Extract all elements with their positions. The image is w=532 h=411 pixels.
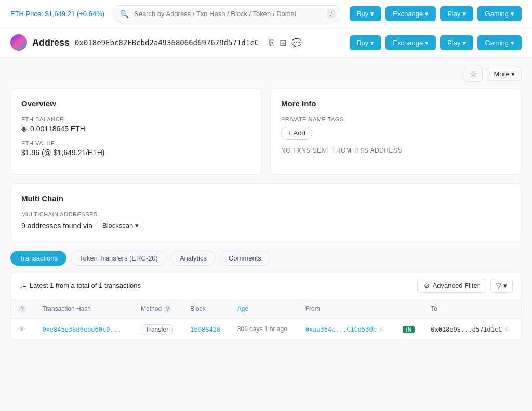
buy-button[interactable]: Buy ▾: [350, 6, 381, 21]
cell-to: 0x018e9E...d571d1cC ⎘: [423, 319, 521, 340]
cell-from: 0xaa364c...C1Cd530b ⎘: [298, 319, 396, 340]
block-link[interactable]: 15988428: [190, 325, 220, 333]
eye-help-icon[interactable]: ?: [18, 305, 26, 313]
tab-analytics[interactable]: Analytics: [171, 251, 216, 266]
buy-chevron: ▾: [370, 10, 374, 18]
add-tag-button[interactable]: + Add: [281, 127, 312, 140]
star-button[interactable]: ☆: [464, 66, 483, 82]
eth-balance-label: ETH BALANCE: [21, 116, 251, 122]
eth-value-value: $1.96 (@ $1,649.21/ETH): [21, 148, 251, 157]
no-txns-label: NO TXNS SENT FROM THIS ADDRESS: [281, 147, 511, 154]
col-block: Block: [183, 299, 230, 319]
transactions-table: ? Transaction Hash Method ? Block Age Fr…: [11, 299, 521, 340]
tab-transactions[interactable]: Transactions: [10, 251, 66, 266]
table-header-row: ↓= Latest 1 from a total of 1 transactio…: [11, 272, 521, 299]
qr-button[interactable]: ⊞: [278, 37, 287, 49]
search-input[interactable]: [115, 5, 339, 22]
multichain-count-text: 9 addresses found via: [21, 222, 92, 230]
main-content: ☆ More ▾ Overview ETH BALANCE ◈ 0.001186…: [0, 58, 532, 349]
address-actions: Buy ▾ Exchange ▾ Play ▾ Gaming ▾: [350, 35, 522, 50]
cards-row: Overview ETH BALANCE ◈ 0.00118645 ETH ET…: [10, 88, 522, 175]
method-help-icon[interactable]: ?: [163, 305, 171, 313]
direction-badge: IN: [403, 326, 415, 333]
copy-address-button[interactable]: ⎘: [268, 37, 275, 49]
eth-price: ETH Price: $1,649.21 (+0.64%): [10, 10, 104, 18]
col-method: Method ?: [134, 299, 183, 319]
cell-eye: 👁: [11, 319, 35, 340]
more-info-card: More Info PRIVATE NAME TAGS + Add NO TXN…: [270, 88, 522, 175]
col-from: From: [298, 299, 396, 319]
cell-method: Transfer: [134, 319, 183, 340]
search-icon: 🔍: [120, 10, 129, 18]
col-txn-hash: Transaction Hash: [35, 299, 134, 319]
private-name-tags-label: PRIVATE NAME TAGS: [281, 116, 511, 122]
tab-comments[interactable]: Comments: [220, 251, 270, 266]
play-action-chevron: ▾: [462, 39, 466, 47]
eth-value-label: ETH VALUE: [21, 140, 251, 146]
exchange-action-button[interactable]: Exchange ▾: [385, 35, 436, 50]
table-count-text: Latest 1 from a total of 1 transactions: [30, 282, 141, 290]
gaming-action-chevron: ▾: [511, 39, 514, 47]
multichain-title: Multi Chain: [21, 194, 511, 203]
tab-token-transfers[interactable]: Token Transfers (ERC-20): [71, 251, 167, 266]
cell-txn-hash: 0xe845e38d6ebd60c0...: [35, 319, 134, 340]
top-controls: ☆ More ▾: [10, 66, 522, 82]
advanced-filter-button[interactable]: ⊘ Advanced Filter: [417, 279, 486, 293]
avatar: [10, 34, 27, 51]
address-icons: ⎘ ⊞ 💬: [268, 37, 303, 49]
exchange-chevron: ▾: [425, 10, 429, 18]
more-chevron-icon: ▾: [511, 70, 515, 78]
play-action-button[interactable]: Play ▾: [440, 35, 473, 50]
exchange-action-chevron: ▾: [425, 39, 429, 47]
age-sort-link[interactable]: Age: [237, 305, 248, 312]
gaming-button[interactable]: Gaming ▾: [477, 6, 522, 21]
comment-button[interactable]: 💬: [290, 37, 303, 49]
eth-diamond-icon: ◈: [21, 125, 27, 133]
table-controls: ⊘ Advanced Filter ▽ ▾: [417, 279, 513, 293]
from-copy-icon[interactable]: ⎘: [380, 326, 383, 333]
multichain-addresses-label: MULTICHAIN ADDRESSES: [21, 211, 511, 217]
blockscan-label: Blockscan: [102, 222, 133, 229]
more-button[interactable]: More ▾: [487, 67, 522, 81]
col-direction: [395, 299, 423, 319]
col-eye: ?: [11, 299, 35, 319]
eth-balance-value: ◈ 0.00118645 ETH: [21, 125, 251, 133]
advanced-filter-label: Advanced Filter: [433, 282, 480, 290]
cell-direction: IN: [395, 319, 423, 340]
exchange-button[interactable]: Exchange ▾: [385, 6, 436, 21]
sort-icon: ↓=: [19, 282, 26, 290]
more-label: More: [494, 70, 509, 78]
method-badge: Transfer: [141, 324, 173, 335]
col-age: Age: [230, 299, 298, 319]
col-to: To: [423, 299, 521, 319]
buy-action-chevron: ▾: [370, 39, 374, 47]
filter-dropdown-button[interactable]: ▽ ▾: [490, 279, 513, 293]
tabs: Transactions Token Transfers (ERC-20) An…: [10, 251, 522, 266]
address-label: Address: [32, 37, 70, 48]
to-copy-icon[interactable]: ⎘: [505, 326, 509, 333]
to-value: 0x018e9E...d571d1cC: [431, 326, 502, 333]
blockscan-chevron-icon: ▾: [135, 222, 139, 229]
multichain-row: 9 addresses found via Blockscan ▾: [21, 220, 511, 231]
address-left: Address 0x018e9Ebc82EBcbd2a49368066d6976…: [10, 34, 303, 51]
buy-action-button[interactable]: Buy ▾: [350, 35, 381, 50]
gaming-action-button[interactable]: Gaming ▾: [477, 35, 522, 50]
overview-title: Overview: [21, 99, 251, 108]
header: ETH Price: $1,649.21 (+0.64%) 🔍 / Buy ▾ …: [0, 0, 532, 28]
play-button[interactable]: Play ▾: [440, 6, 473, 21]
multichain-card: Multi Chain MULTICHAIN ADDRESSES 9 addre…: [10, 183, 522, 242]
table-body: 👁 0xe845e38d6ebd60c0... Transfer 1598842…: [11, 319, 521, 340]
play-chevron: ▾: [462, 10, 466, 18]
table-row: 👁 0xe845e38d6ebd60c0... Transfer 1598842…: [11, 319, 521, 340]
cell-block: 15988428: [183, 319, 230, 340]
blockscan-button[interactable]: Blockscan ▾: [97, 220, 144, 231]
search-bar[interactable]: 🔍 /: [115, 5, 339, 22]
table-head: ? Transaction Hash Method ? Block Age Fr…: [11, 299, 521, 319]
filter-dropdown-icon: ▽: [496, 282, 501, 290]
filter-dropdown-chevron: ▾: [503, 282, 507, 290]
address-bar: Address 0x018e9Ebc82EBcbd2a49368066d6976…: [0, 28, 532, 58]
from-link[interactable]: 0xaa364c...C1Cd530b: [305, 326, 377, 333]
txn-hash-link[interactable]: 0xe845e38d6ebd60c0...: [42, 326, 121, 333]
more-info-title: More Info: [281, 99, 511, 108]
slash-hint: /: [327, 10, 335, 18]
